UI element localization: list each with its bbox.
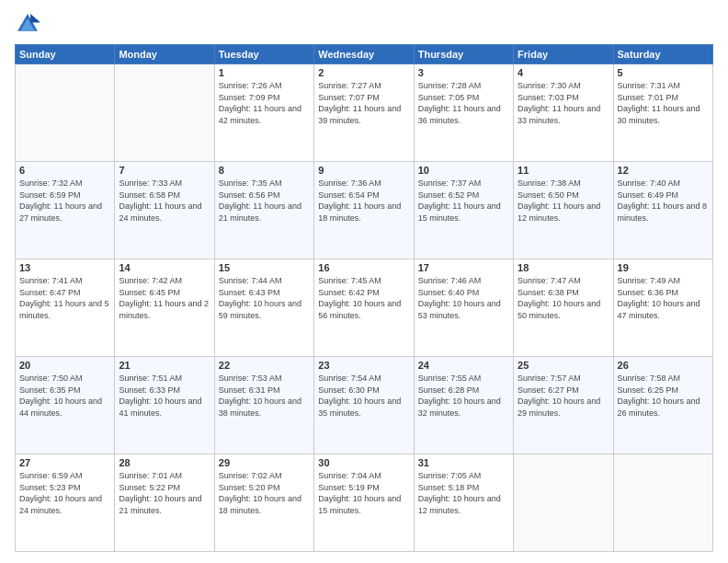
- day-info: Sunrise: 7:58 AMSunset: 6:25 PMDaylight:…: [618, 373, 709, 419]
- day-number: 21: [119, 360, 210, 371]
- day-number: 23: [318, 360, 409, 371]
- calendar-cell: 23Sunrise: 7:54 AMSunset: 6:30 PMDayligh…: [314, 357, 414, 454]
- weekday-header: Friday: [514, 45, 613, 64]
- day-number: 6: [19, 165, 110, 176]
- day-info: Sunrise: 7:46 AMSunset: 6:40 PMDaylight:…: [418, 275, 509, 321]
- calendar-header-row: SundayMondayTuesdayWednesdayThursdayFrid…: [16, 45, 713, 64]
- page: SundayMondayTuesdayWednesdayThursdayFrid…: [0, 0, 728, 563]
- calendar-cell: 2Sunrise: 7:27 AMSunset: 7:07 PMDaylight…: [314, 64, 414, 162]
- day-info: Sunrise: 7:27 AMSunset: 7:07 PMDaylight:…: [318, 80, 409, 126]
- calendar-cell: 25Sunrise: 7:57 AMSunset: 6:27 PMDayligh…: [514, 357, 613, 454]
- weekday-header: Thursday: [414, 45, 513, 64]
- calendar-cell: 11Sunrise: 7:38 AMSunset: 6:50 PMDayligh…: [514, 162, 613, 259]
- day-info: Sunrise: 7:28 AMSunset: 7:05 PMDaylight:…: [418, 80, 509, 126]
- day-number: 4: [518, 67, 609, 78]
- day-number: 29: [219, 457, 310, 468]
- day-number: 15: [219, 262, 310, 273]
- weekday-header: Saturday: [613, 45, 712, 64]
- calendar-cell: 29Sunrise: 7:02 AMSunset: 5:20 PMDayligh…: [214, 454, 313, 552]
- calendar-cell: 31Sunrise: 7:05 AMSunset: 5:18 PMDayligh…: [414, 454, 513, 552]
- day-info: Sunrise: 7:02 AMSunset: 5:20 PMDaylight:…: [219, 470, 310, 516]
- calendar-cell: 15Sunrise: 7:44 AMSunset: 6:43 PMDayligh…: [214, 259, 313, 357]
- day-info: Sunrise: 7:38 AMSunset: 6:50 PMDaylight:…: [518, 178, 609, 224]
- calendar-cell: 17Sunrise: 7:46 AMSunset: 6:40 PMDayligh…: [414, 259, 513, 357]
- calendar-cell: [16, 64, 115, 162]
- day-info: Sunrise: 7:50 AMSunset: 6:35 PMDaylight:…: [19, 373, 110, 419]
- calendar-cell: 5Sunrise: 7:31 AMSunset: 7:01 PMDaylight…: [613, 64, 712, 162]
- calendar-cell: 28Sunrise: 7:01 AMSunset: 5:22 PMDayligh…: [115, 454, 214, 552]
- svg-marker-2: [30, 14, 40, 22]
- day-number: 2: [318, 67, 409, 78]
- day-number: 28: [119, 457, 210, 468]
- day-number: 25: [518, 360, 609, 371]
- day-info: Sunrise: 7:49 AMSunset: 6:36 PMDaylight:…: [618, 275, 709, 321]
- calendar-cell: 16Sunrise: 7:45 AMSunset: 6:42 PMDayligh…: [314, 259, 414, 357]
- calendar-week-row: 1Sunrise: 7:26 AMSunset: 7:09 PMDaylight…: [16, 64, 713, 162]
- day-info: Sunrise: 7:32 AMSunset: 6:59 PMDaylight:…: [19, 178, 110, 224]
- calendar-cell: 8Sunrise: 7:35 AMSunset: 6:56 PMDaylight…: [214, 162, 313, 259]
- calendar-cell: [115, 64, 214, 162]
- calendar-cell: 14Sunrise: 7:42 AMSunset: 6:45 PMDayligh…: [115, 259, 214, 357]
- day-info: Sunrise: 7:35 AMSunset: 6:56 PMDaylight:…: [219, 178, 310, 224]
- day-info: Sunrise: 7:41 AMSunset: 6:47 PMDaylight:…: [19, 275, 110, 321]
- day-number: 22: [219, 360, 310, 371]
- weekday-header: Monday: [115, 45, 214, 64]
- day-number: 20: [19, 360, 110, 371]
- weekday-header: Tuesday: [214, 45, 313, 64]
- day-info: Sunrise: 7:40 AMSunset: 6:49 PMDaylight:…: [618, 178, 709, 224]
- day-info: Sunrise: 7:30 AMSunset: 7:03 PMDaylight:…: [518, 80, 609, 126]
- day-number: 16: [318, 262, 409, 273]
- day-number: 18: [518, 262, 609, 273]
- day-info: Sunrise: 7:33 AMSunset: 6:58 PMDaylight:…: [119, 178, 210, 224]
- day-number: 24: [418, 360, 509, 371]
- calendar-cell: [514, 454, 613, 552]
- day-info: Sunrise: 7:42 AMSunset: 6:45 PMDaylight:…: [119, 275, 210, 321]
- calendar-cell: 24Sunrise: 7:55 AMSunset: 6:28 PMDayligh…: [414, 357, 513, 454]
- calendar-cell: 6Sunrise: 7:32 AMSunset: 6:59 PMDaylight…: [16, 162, 115, 259]
- calendar-cell: 7Sunrise: 7:33 AMSunset: 6:58 PMDaylight…: [115, 162, 214, 259]
- logo: [15, 11, 44, 37]
- calendar-cell: 19Sunrise: 7:49 AMSunset: 6:36 PMDayligh…: [613, 259, 712, 357]
- day-info: Sunrise: 7:53 AMSunset: 6:31 PMDaylight:…: [219, 373, 310, 419]
- day-info: Sunrise: 7:57 AMSunset: 6:27 PMDaylight:…: [518, 373, 609, 419]
- header: [15, 11, 713, 37]
- calendar-cell: 13Sunrise: 7:41 AMSunset: 6:47 PMDayligh…: [16, 259, 115, 357]
- calendar-week-row: 13Sunrise: 7:41 AMSunset: 6:47 PMDayligh…: [16, 259, 713, 357]
- day-info: Sunrise: 7:36 AMSunset: 6:54 PMDaylight:…: [318, 178, 409, 224]
- day-number: 31: [418, 457, 509, 468]
- calendar-cell: [613, 454, 712, 552]
- day-info: Sunrise: 7:04 AMSunset: 5:19 PMDaylight:…: [318, 470, 409, 516]
- day-info: Sunrise: 7:05 AMSunset: 5:18 PMDaylight:…: [418, 470, 509, 516]
- day-number: 30: [318, 457, 409, 468]
- day-number: 27: [19, 457, 110, 468]
- day-number: 8: [219, 165, 310, 176]
- calendar-cell: 18Sunrise: 7:47 AMSunset: 6:38 PMDayligh…: [514, 259, 613, 357]
- calendar-cell: 26Sunrise: 7:58 AMSunset: 6:25 PMDayligh…: [613, 357, 712, 454]
- calendar-cell: 3Sunrise: 7:28 AMSunset: 7:05 PMDaylight…: [414, 64, 513, 162]
- day-number: 10: [418, 165, 509, 176]
- day-number: 9: [318, 165, 409, 176]
- day-number: 17: [418, 262, 509, 273]
- calendar-cell: 12Sunrise: 7:40 AMSunset: 6:49 PMDayligh…: [613, 162, 712, 259]
- day-info: Sunrise: 7:51 AMSunset: 6:33 PMDaylight:…: [119, 373, 210, 419]
- day-number: 12: [618, 165, 709, 176]
- calendar-cell: 22Sunrise: 7:53 AMSunset: 6:31 PMDayligh…: [214, 357, 313, 454]
- day-number: 19: [618, 262, 709, 273]
- day-info: Sunrise: 7:26 AMSunset: 7:09 PMDaylight:…: [219, 80, 310, 126]
- day-number: 26: [618, 360, 709, 371]
- calendar-cell: 1Sunrise: 7:26 AMSunset: 7:09 PMDaylight…: [214, 64, 313, 162]
- calendar-table: SundayMondayTuesdayWednesdayThursdayFrid…: [15, 44, 713, 552]
- day-number: 13: [19, 262, 110, 273]
- calendar-week-row: 20Sunrise: 7:50 AMSunset: 6:35 PMDayligh…: [16, 357, 713, 454]
- weekday-header: Wednesday: [314, 45, 414, 64]
- calendar-week-row: 6Sunrise: 7:32 AMSunset: 6:59 PMDaylight…: [16, 162, 713, 259]
- calendar-cell: 20Sunrise: 7:50 AMSunset: 6:35 PMDayligh…: [16, 357, 115, 454]
- day-info: Sunrise: 7:45 AMSunset: 6:42 PMDaylight:…: [318, 275, 409, 321]
- day-number: 7: [119, 165, 210, 176]
- weekday-header: Sunday: [16, 45, 115, 64]
- day-info: Sunrise: 7:01 AMSunset: 5:22 PMDaylight:…: [119, 470, 210, 516]
- day-info: Sunrise: 6:59 AMSunset: 5:23 PMDaylight:…: [19, 470, 110, 516]
- calendar-cell: 30Sunrise: 7:04 AMSunset: 5:19 PMDayligh…: [314, 454, 414, 552]
- logo-icon: [15, 11, 40, 37]
- calendar-cell: 4Sunrise: 7:30 AMSunset: 7:03 PMDaylight…: [514, 64, 613, 162]
